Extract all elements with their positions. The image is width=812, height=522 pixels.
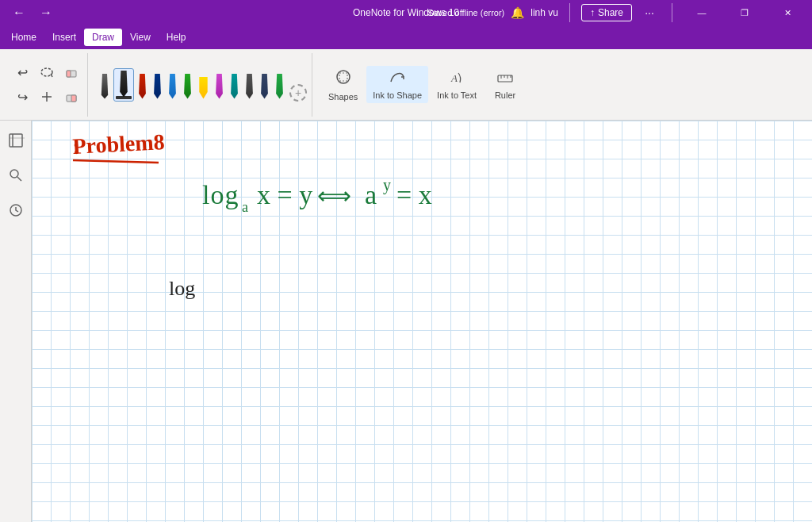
- left-sidebar: [0, 121, 32, 522]
- ink-to-shape-icon: [389, 69, 406, 88]
- svg-text:a: a: [365, 180, 377, 209]
- sidebar-history-button[interactable]: [2, 197, 29, 224]
- svg-text:log: log: [202, 180, 239, 209]
- sidebar-search-button[interactable]: [2, 162, 29, 189]
- menu-insert[interactable]: Insert: [44, 29, 84, 46]
- main-equation: log a x = y ⟺ a y = x: [202, 176, 432, 215]
- add-space-button[interactable]: [36, 86, 58, 108]
- svg-text::: :: [72, 134, 81, 159]
- svg-rect-4: [67, 71, 71, 77]
- pen-1[interactable]: [98, 71, 112, 102]
- pen-6[interactable]: [181, 71, 194, 102]
- separator2: [672, 3, 672, 22]
- svg-text:⟺: ⟺: [317, 182, 351, 209]
- add-pen-button[interactable]: +: [289, 84, 307, 102]
- shapes-label: Shapes: [328, 92, 358, 102]
- sidebar-notebooks-button[interactable]: [2, 127, 29, 154]
- nav-buttons: ← →: [6, 2, 59, 24]
- ink-to-text-label: Ink to Text: [437, 90, 477, 100]
- bell-icon[interactable]: 🔔: [511, 6, 524, 19]
- eraser-button[interactable]: [60, 61, 82, 83]
- handwriting-layer: Problem8 : log a x = y ⟺ a y = x log: [32, 121, 812, 522]
- pen-5[interactable]: [166, 71, 179, 102]
- ink-to-text-icon: A: [448, 69, 465, 88]
- pen-9[interactable]: [228, 71, 241, 102]
- svg-text:= x: = x: [396, 180, 432, 209]
- ruler-button[interactable]: Ruler: [485, 66, 525, 103]
- svg-point-18: [10, 170, 18, 178]
- pen-2[interactable]: [113, 68, 134, 102]
- svg-point-0: [41, 68, 52, 76]
- svg-line-23: [73, 160, 159, 163]
- menu-home[interactable]: Home: [3, 29, 44, 46]
- ink-to-shape-label: Ink to Shape: [373, 90, 422, 100]
- svg-text:y: y: [383, 176, 391, 194]
- undo-redo-group: ↩ ↪: [6, 53, 88, 117]
- pen-4[interactable]: [151, 71, 164, 102]
- share-icon: ↑: [590, 7, 595, 18]
- problem-heading: Problem8 :: [72, 129, 166, 163]
- svg-text:log: log: [169, 277, 195, 300]
- menu-bar: Home Insert Draw View Help: [0, 25, 812, 49]
- pen-8[interactable]: [213, 71, 226, 102]
- user-name: linh vu: [530, 7, 558, 18]
- pen-row-top: +: [98, 68, 307, 102]
- shapes-button[interactable]: Shapes: [322, 65, 364, 105]
- ink-tools-group: Shapes Ink to Shape A Ink to Text Ruler: [317, 53, 530, 117]
- pen-10[interactable]: [243, 71, 256, 102]
- eraser2-button[interactable]: [60, 86, 82, 108]
- pen-12[interactable]: [273, 71, 286, 102]
- back-button[interactable]: ←: [6, 2, 32, 24]
- pen-11[interactable]: [258, 71, 271, 102]
- pen-3[interactable]: [136, 71, 149, 102]
- app-title: OneNote for Windows 10: [353, 7, 459, 18]
- menu-view[interactable]: View: [122, 29, 159, 46]
- canvas-area[interactable]: Problem8 : log a x = y ⟺ a y = x log: [32, 121, 812, 522]
- svg-text:Problem8: Problem8: [72, 129, 166, 159]
- pens-group: +: [93, 53, 312, 117]
- svg-rect-6: [71, 95, 76, 102]
- ink-to-text-button[interactable]: A Ink to Text: [431, 66, 483, 103]
- forward-button[interactable]: →: [33, 2, 59, 24]
- redo-button[interactable]: ↪: [11, 86, 33, 108]
- menu-help[interactable]: Help: [159, 29, 194, 46]
- svg-rect-15: [10, 134, 22, 147]
- restore-button[interactable]: ❐: [726, 0, 763, 25]
- ruler-icon: [496, 69, 514, 88]
- svg-line-19: [17, 177, 21, 181]
- lasso-button[interactable]: [36, 61, 58, 83]
- ruler-label: Ruler: [495, 90, 515, 100]
- svg-rect-8: [339, 73, 347, 81]
- svg-text:x = y: x = y: [257, 180, 312, 209]
- minimize-button[interactable]: —: [684, 0, 720, 25]
- draft-writing: log: [169, 277, 195, 300]
- svg-rect-10: [498, 75, 512, 82]
- ribbon-toolbar: ↩ ↪: [0, 49, 812, 121]
- svg-text:a: a: [242, 199, 248, 215]
- separator: [569, 3, 570, 22]
- ink-to-shape-button[interactable]: Ink to Shape: [366, 66, 428, 103]
- undo-button[interactable]: ↩: [11, 61, 33, 83]
- shapes-icon: [335, 68, 352, 90]
- share-button[interactable]: ↑ Share: [581, 4, 632, 21]
- more-options-button[interactable]: ···: [638, 2, 661, 24]
- close-button[interactable]: ✕: [769, 0, 806, 25]
- svg-text:A: A: [450, 72, 458, 84]
- pen-7[interactable]: [196, 75, 211, 102]
- menu-draw[interactable]: Draw: [84, 29, 122, 46]
